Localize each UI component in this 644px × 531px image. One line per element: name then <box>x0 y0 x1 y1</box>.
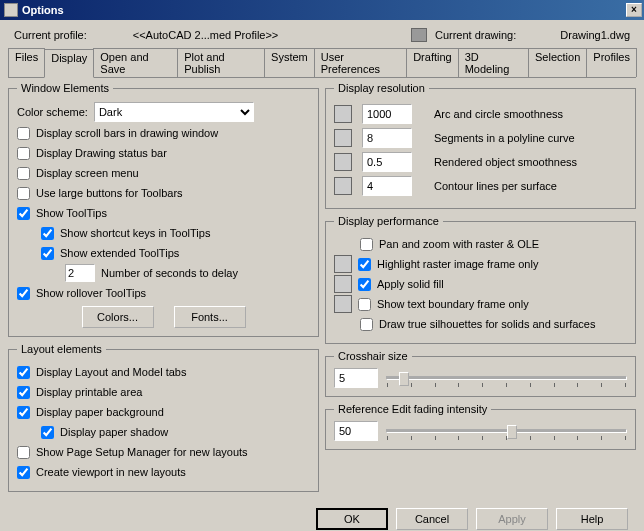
help-button[interactable]: Help <box>556 508 628 530</box>
text-boundary-label: Show text boundary frame only <box>377 298 529 310</box>
refedit-group: Reference Edit fading intensity <box>325 403 636 450</box>
refedit-slider[interactable] <box>386 429 627 433</box>
window-elements-legend: Window Elements <box>17 82 113 94</box>
color-scheme-label: Color scheme: <box>17 106 88 118</box>
refedit-legend: Reference Edit fading intensity <box>334 403 491 415</box>
delay-label: Number of seconds to delay <box>101 267 238 279</box>
drawing-status-check[interactable] <box>17 147 30 160</box>
scroll-bars-check[interactable] <box>17 127 30 140</box>
rendered-input[interactable] <box>362 152 412 172</box>
colors-button[interactable]: Colors... <box>82 306 154 328</box>
paper-bg-label: Display paper background <box>36 406 164 418</box>
tab-3d-modeling[interactable]: 3D Modeling <box>458 48 529 77</box>
contour-label: Contour lines per surface <box>434 180 557 192</box>
seg-icon <box>334 129 352 147</box>
display-resolution-group: Display resolution Arc and circle smooth… <box>325 82 636 209</box>
solid-fill-label: Apply solid fill <box>377 278 444 290</box>
printable-area-label: Display printable area <box>36 386 142 398</box>
tab-plot-publish[interactable]: Plot and Publish <box>177 48 265 77</box>
large-buttons-label: Use large buttons for Toolbars <box>36 187 183 199</box>
page-setup-label: Show Page Setup Manager for new layouts <box>36 446 248 458</box>
fonts-button[interactable]: Fonts... <box>174 306 246 328</box>
layout-elements-group: Layout elements Display Layout and Model… <box>8 343 319 492</box>
text-boundary-check[interactable] <box>358 298 371 311</box>
rendered-label: Rendered object smoothness <box>434 156 577 168</box>
solid-fill-check[interactable] <box>358 278 371 291</box>
cancel-button[interactable]: Cancel <box>396 508 468 530</box>
highlight-icon <box>334 255 352 273</box>
tab-strip: Files Display Open and Save Plot and Pub… <box>8 48 636 78</box>
printable-area-check[interactable] <box>17 386 30 399</box>
true-silhouettes-check[interactable] <box>360 318 373 331</box>
layout-tabs-label: Display Layout and Model tabs <box>36 366 186 378</box>
tab-open-save[interactable]: Open and Save <box>93 48 178 77</box>
true-silhouettes-label: Draw true silhouettes for solids and sur… <box>379 318 595 330</box>
pan-zoom-check[interactable] <box>360 238 373 251</box>
current-profile-value: <<AutoCAD 2...med Profile>> <box>133 29 279 41</box>
create-viewport-check[interactable] <box>17 466 30 479</box>
tab-user-prefs[interactable]: User Preferences <box>314 48 407 77</box>
app-icon <box>4 3 18 17</box>
fill-icon <box>334 275 352 293</box>
apply-button[interactable]: Apply <box>476 508 548 530</box>
refedit-input[interactable] <box>334 421 378 441</box>
drawing-icon <box>411 28 427 42</box>
crosshair-slider[interactable] <box>386 376 627 380</box>
screen-menu-check[interactable] <box>17 167 30 180</box>
text-bound-icon <box>334 295 352 313</box>
rollover-label: Show rollover ToolTips <box>36 287 146 299</box>
dialog-buttons: OK Cancel Apply Help <box>8 498 636 531</box>
current-drawing-value: Drawing1.dwg <box>560 29 630 41</box>
tab-selection[interactable]: Selection <box>528 48 587 77</box>
ok-button[interactable]: OK <box>316 508 388 530</box>
profile-row: Current profile: <<AutoCAD 2...med Profi… <box>8 24 636 48</box>
paper-bg-check[interactable] <box>17 406 30 419</box>
tab-files[interactable]: Files <box>8 48 45 77</box>
extended-tooltips-check[interactable] <box>41 247 54 260</box>
drawing-status-label: Display Drawing status bar <box>36 147 167 159</box>
tooltips-check[interactable] <box>17 207 30 220</box>
current-profile-label: Current profile: <box>14 29 87 41</box>
shortcut-keys-check[interactable] <box>41 227 54 240</box>
delay-input[interactable] <box>65 264 95 282</box>
close-button[interactable]: × <box>626 3 642 17</box>
create-viewport-label: Create viewport in new layouts <box>36 466 186 478</box>
crosshair-input[interactable] <box>334 368 378 388</box>
window-elements-group: Window Elements Color scheme: Dark Displ… <box>8 82 319 337</box>
paper-shadow-check[interactable] <box>41 426 54 439</box>
scroll-bars-label: Display scroll bars in drawing window <box>36 127 218 139</box>
color-scheme-select[interactable]: Dark <box>94 102 254 122</box>
display-resolution-legend: Display resolution <box>334 82 429 94</box>
rollover-check[interactable] <box>17 287 30 300</box>
arc-label: Arc and circle smoothness <box>434 108 563 120</box>
tab-drafting[interactable]: Drafting <box>406 48 459 77</box>
crosshair-legend: Crosshair size <box>334 350 412 362</box>
current-drawing-label: Current drawing: <box>435 29 516 41</box>
crosshair-group: Crosshair size <box>325 350 636 397</box>
shortcut-keys-label: Show shortcut keys in ToolTips <box>60 227 210 239</box>
page-setup-check[interactable] <box>17 446 30 459</box>
extended-tooltips-label: Show extended ToolTips <box>60 247 179 259</box>
contour-input[interactable] <box>362 176 412 196</box>
display-performance-group: Display performance Pan and zoom with ra… <box>325 215 636 344</box>
seg-input[interactable] <box>362 128 412 148</box>
tab-display[interactable]: Display <box>44 49 94 78</box>
pan-zoom-label: Pan and zoom with raster & OLE <box>379 238 539 250</box>
large-buttons-check[interactable] <box>17 187 30 200</box>
highlight-raster-label: Highlight raster image frame only <box>377 258 538 270</box>
seg-label: Segments in a polyline curve <box>434 132 575 144</box>
tab-profiles[interactable]: Profiles <box>586 48 637 77</box>
layout-tabs-check[interactable] <box>17 366 30 379</box>
rendered-icon <box>334 153 352 171</box>
tooltips-label: Show ToolTips <box>36 207 107 219</box>
tab-system[interactable]: System <box>264 48 315 77</box>
arc-icon <box>334 105 352 123</box>
layout-elements-legend: Layout elements <box>17 343 106 355</box>
highlight-raster-check[interactable] <box>358 258 371 271</box>
paper-shadow-label: Display paper shadow <box>60 426 168 438</box>
window-title: Options <box>22 4 626 16</box>
arc-input[interactable] <box>362 104 412 124</box>
screen-menu-label: Display screen menu <box>36 167 139 179</box>
contour-icon <box>334 177 352 195</box>
title-bar: Options × <box>0 0 644 20</box>
